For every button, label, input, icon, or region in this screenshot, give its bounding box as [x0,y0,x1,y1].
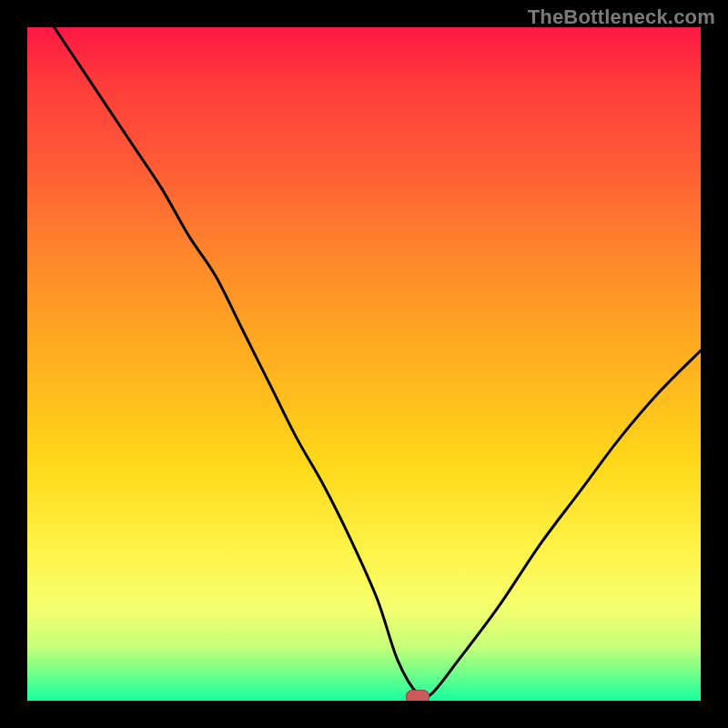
bottleneck-curve [27,27,701,701]
plot-area [27,27,701,701]
chart-frame: TheBottleneck.com [0,0,728,728]
optimal-point-marker [406,690,430,701]
watermark-text: TheBottleneck.com [528,5,715,29]
